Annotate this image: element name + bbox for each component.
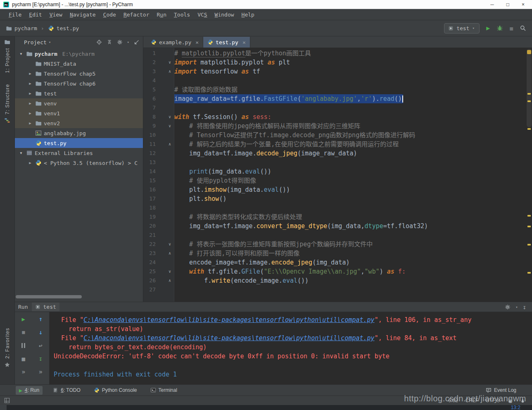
- close-button[interactable]: ×: [522, 2, 525, 7]
- chevron-down-icon[interactable]: ▾: [515, 305, 518, 309]
- menu-help[interactable]: Help: [238, 12, 258, 18]
- expander-closed-icon[interactable]: ▶: [27, 91, 33, 95]
- code-line-17[interactable]: 17 plt.show(): [143, 194, 526, 203]
- warning-mark[interactable]: [527, 244, 531, 246]
- code-line-23[interactable]: 23∧ # 打开该图,可以得到和原图一样的图像: [143, 249, 526, 258]
- locate-file-button[interactable]: [96, 39, 102, 45]
- line-number[interactable]: 2: [143, 58, 156, 67]
- code-line-11[interactable]: 11∧ # 解码之后的结果为一个张量,在使用它的取值之前需要明确调用运行的过程: [143, 140, 526, 149]
- toolbtn-event-log[interactable]: Event Log: [482, 386, 520, 394]
- toolbtn-4-run[interactable]: ▶4: Run: [16, 386, 43, 395]
- pause-output-button[interactable]: [20, 342, 27, 349]
- warning-mark[interactable]: [527, 100, 531, 102]
- hide-chevrons-button[interactable]: »: [20, 369, 27, 375]
- tree-item-venv1[interactable]: ▶venv1: [15, 108, 143, 118]
- stripe-1-project[interactable]: 1: Project: [0, 39, 14, 73]
- encoding[interactable]: UTF-8: [486, 398, 500, 403]
- menu-tools[interactable]: Tools: [170, 12, 194, 18]
- warning-mark[interactable]: [527, 215, 531, 217]
- up-stack-button[interactable]: ↑: [37, 316, 44, 322]
- toolbtn-python-console[interactable]: Python Console: [90, 386, 140, 394]
- chevron-down-icon[interactable]: ▾: [127, 40, 129, 44]
- close-icon[interactable]: ×: [195, 39, 199, 45]
- line-number[interactable]: 7: [143, 103, 156, 112]
- line-number[interactable]: 5: [143, 85, 156, 94]
- collapse-all-button[interactable]: [107, 39, 112, 45]
- line-number[interactable]: 16: [143, 185, 156, 194]
- line-number[interactable]: 4: [143, 76, 156, 85]
- line-number[interactable]: 24: [143, 258, 156, 267]
- menu-refactor[interactable]: Refactor: [120, 12, 153, 18]
- code-editor[interactable]: 1# matplotlib.pyplot是一个python画图工具2∨impor…: [143, 49, 526, 294]
- code-line-5[interactable]: 5# 读取图像的原始数据: [143, 85, 526, 94]
- line-number[interactable]: 1: [143, 49, 156, 58]
- editor-scrollbar[interactable]: [526, 48, 532, 302]
- code-line-14[interactable]: 14 print(img_data.eval()): [143, 167, 526, 176]
- expander-open-icon[interactable]: ▼: [18, 52, 24, 56]
- expander-closed-icon[interactable]: ▶: [27, 111, 33, 115]
- search-everywhere-button[interactable]: [520, 25, 526, 31]
- code-line-24[interactable]: 24 encode_image=tf.image.encode_jpeg(img…: [143, 258, 526, 267]
- warning-mark[interactable]: [527, 226, 531, 227]
- code-line-10[interactable]: 10 # TensorFlow还提供了tf.image.decode_png函数…: [143, 131, 526, 140]
- code-line-15[interactable]: 15 # 使用pyplot得到图像: [143, 176, 526, 185]
- code-line-25[interactable]: 25∨ with tf.gfile.GFile("E:\\Opencv Imag…: [143, 267, 526, 276]
- line-number[interactable]: 8: [143, 112, 156, 122]
- code-line-19[interactable]: 19 # 将数据的类型转化成实数方便后续处理: [143, 212, 526, 222]
- project-panel-title[interactable]: Project: [24, 39, 47, 45]
- code-line-12[interactable]: 12 img_data=tf.image.decode_jpeg(image_r…: [143, 149, 526, 158]
- code-line-3[interactable]: 3∧import tensorflow as tf: [143, 67, 526, 76]
- line-number[interactable]: 3: [143, 67, 156, 76]
- code-line-2[interactable]: 2∨import matplotlib.pyplot as plt: [143, 58, 526, 67]
- expander-closed-icon[interactable]: ▶: [27, 161, 33, 165]
- tree-item-external-libraries[interactable]: ▼External Libraries: [15, 148, 143, 158]
- hector-inspector-icon[interactable]: [520, 398, 525, 403]
- code-line-21[interactable]: 21: [143, 231, 526, 240]
- fold-marker-icon[interactable]: ∨: [156, 267, 174, 276]
- line-number[interactable]: 13: [143, 158, 156, 167]
- down-stack-button[interactable]: ↓: [37, 329, 44, 336]
- menu-edit[interactable]: Edit: [25, 12, 45, 18]
- stop-button[interactable]: ■: [20, 329, 27, 336]
- tree-item-tensorflow-chap5[interactable]: ▶TensorFlow chap5: [15, 69, 143, 79]
- code-line-26[interactable]: 26∧ f.write(encode_image.eval()): [143, 276, 526, 285]
- caret-position[interactable]: 6:62: [448, 398, 458, 403]
- fold-marker-icon[interactable]: ∧: [156, 67, 174, 76]
- code-line-20[interactable]: 20 img_data=tf.image.convert_image_dtype…: [143, 222, 526, 231]
- run-config-selector[interactable]: test ▾: [444, 23, 480, 33]
- code-line-1[interactable]: 1# matplotlib.pyplot是一个python画图工具: [143, 49, 526, 58]
- restore-layout-button[interactable]: ▦: [20, 355, 27, 362]
- maximize-button[interactable]: □: [506, 2, 509, 7]
- inspection-indicator-icon[interactable]: [527, 50, 531, 54]
- more-chevrons-button[interactable]: »: [37, 369, 44, 375]
- line-number[interactable]: 6: [143, 94, 156, 103]
- code-line-6[interactable]: 6image_raw_data=tf.gfile.FastGFile('angl…: [143, 94, 526, 103]
- line-number[interactable]: 21: [143, 231, 156, 240]
- run-button[interactable]: ▶: [486, 24, 490, 32]
- stop-toolbar-button[interactable]: ■: [510, 25, 513, 31]
- expander-closed-icon[interactable]: ▶: [27, 81, 33, 86]
- line-number[interactable]: 23: [143, 249, 156, 258]
- fold-marker-icon[interactable]: ∨: [156, 58, 174, 67]
- tree-item-venv[interactable]: ▶venv: [15, 98, 143, 108]
- fold-marker-icon[interactable]: ∧: [156, 276, 174, 285]
- stripe-7-structure[interactable]: 7: Structure: [0, 84, 14, 124]
- editor-tab-example-py[interactable]: example.py×: [147, 37, 203, 48]
- line-number[interactable]: 17: [143, 194, 156, 203]
- line-number[interactable]: 18: [143, 203, 156, 212]
- tree-item-test[interactable]: ▶test: [15, 88, 143, 98]
- line-number[interactable]: 22: [143, 240, 156, 249]
- toolbtn-terminal[interactable]: Terminal: [147, 386, 180, 394]
- stripe-2-favorites[interactable]: 2: Favorites: [0, 328, 14, 368]
- editor-tab-test-py[interactable]: test.py×: [203, 37, 250, 48]
- line-number[interactable]: 11: [143, 140, 156, 149]
- minimize-button[interactable]: ─: [490, 2, 494, 7]
- fold-marker-icon[interactable]: ∨: [156, 112, 174, 122]
- lock-icon[interactable]: [507, 398, 513, 403]
- menu-vcs[interactable]: VCS: [194, 12, 211, 18]
- fold-marker-icon[interactable]: ∧: [156, 249, 174, 258]
- menu-file[interactable]: File: [5, 12, 25, 18]
- hide-panel-button[interactable]: [134, 39, 140, 45]
- code-line-18[interactable]: 18: [143, 203, 526, 212]
- line-number[interactable]: 12: [143, 149, 156, 158]
